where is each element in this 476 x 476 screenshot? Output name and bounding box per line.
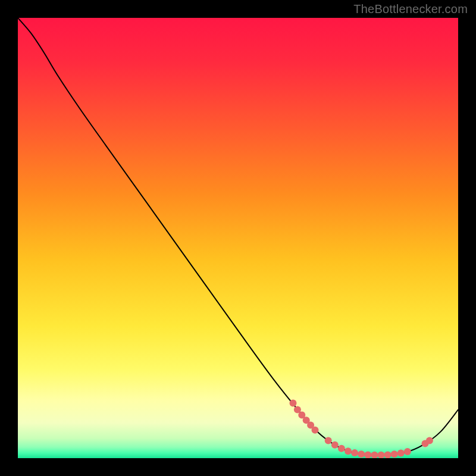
data-marker [358, 450, 365, 458]
data-marker [384, 451, 392, 458]
plot-area [18, 18, 458, 458]
watermark-text: TheBottlenecker.com [353, 2, 468, 16]
data-marker [364, 451, 371, 458]
data-marker [290, 400, 297, 407]
data-marker [426, 437, 433, 444]
data-marker [338, 445, 345, 452]
data-marker [331, 441, 339, 449]
data-marker [345, 447, 352, 455]
gradient-background [18, 18, 458, 458]
data-marker [312, 427, 319, 434]
chart-svg [18, 18, 458, 458]
data-marker [397, 449, 405, 456]
data-marker [404, 448, 411, 455]
chart-stage: TheBottlenecker.com [0, 0, 476, 476]
data-marker [351, 449, 358, 456]
data-marker [391, 450, 398, 458]
data-marker [325, 437, 332, 444]
